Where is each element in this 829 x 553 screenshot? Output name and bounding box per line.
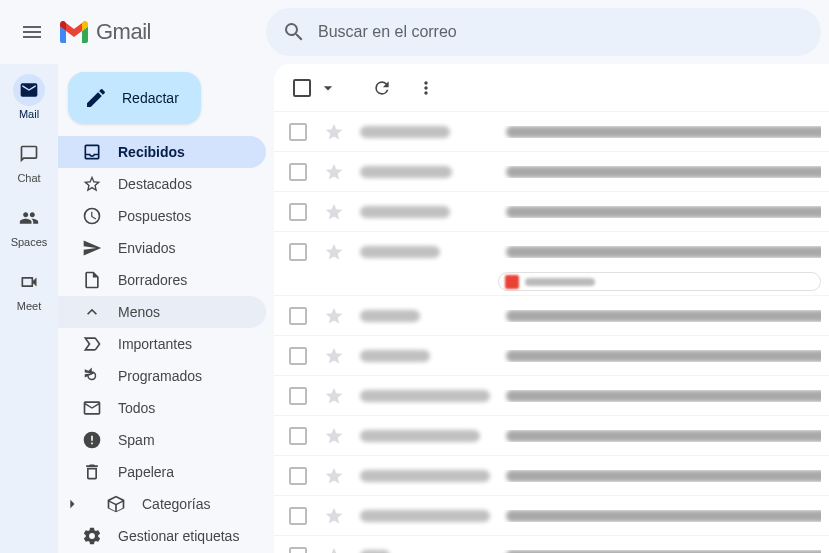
app-rail: MailChatSpacesMeet — [0, 64, 58, 553]
nav-item-inbox[interactable]: Recibidos — [58, 136, 266, 168]
rail-label: Mail — [19, 108, 39, 120]
message-row[interactable] — [274, 376, 829, 416]
nav-label: Importantes — [118, 336, 192, 352]
mail-icon — [13, 74, 45, 106]
row-checkbox[interactable] — [282, 196, 314, 228]
rail-item-chat[interactable]: Chat — [3, 136, 55, 192]
attachment-chip[interactable] — [498, 272, 821, 291]
row-checkbox[interactable] — [282, 156, 314, 188]
nav-label: Todos — [118, 400, 155, 416]
rail-label: Meet — [17, 300, 41, 312]
row-sender — [354, 126, 494, 138]
nav-item-manage[interactable]: Gestionar etiquetas — [58, 520, 266, 552]
inbox-icon — [82, 142, 102, 162]
message-row[interactable] — [274, 536, 829, 553]
select-dropdown-icon[interactable] — [318, 78, 338, 98]
app-header: Gmail — [0, 0, 829, 64]
allmail-icon — [82, 398, 102, 418]
row-checkbox[interactable] — [282, 340, 314, 372]
nav-item-trash[interactable]: Papelera — [58, 456, 266, 488]
sidebar: Redactar RecibidosDestacadosPospuestosEn… — [58, 64, 274, 553]
row-star-icon[interactable] — [318, 500, 350, 532]
nav-item-all[interactable]: Todos — [58, 392, 266, 424]
row-star-icon[interactable] — [318, 540, 350, 554]
search-input[interactable] — [314, 23, 813, 41]
message-list[interactable] — [274, 112, 829, 553]
nav-label: Menos — [118, 304, 160, 320]
compose-button[interactable]: Redactar — [68, 72, 201, 124]
nav-label: Programados — [118, 368, 202, 384]
message-row[interactable] — [274, 336, 829, 376]
row-sender — [354, 430, 494, 442]
row-subject — [498, 510, 821, 522]
nav-item-spam[interactable]: Spam — [58, 424, 266, 456]
message-row[interactable] — [274, 416, 829, 456]
gmail-logo[interactable]: Gmail — [60, 19, 256, 45]
message-row[interactable] — [274, 496, 829, 536]
nav-item-drafts[interactable]: Borradores — [58, 264, 266, 296]
pencil-icon — [84, 86, 108, 110]
nav-item-sent[interactable]: Enviados — [58, 232, 266, 264]
rail-item-spaces[interactable]: Spaces — [3, 200, 55, 256]
refresh-button[interactable] — [362, 68, 402, 108]
row-star-icon[interactable] — [318, 460, 350, 492]
nav-item-starred[interactable]: Destacados — [58, 168, 266, 200]
search-icon[interactable] — [274, 12, 314, 52]
row-checkbox[interactable] — [282, 300, 314, 332]
row-star-icon[interactable] — [318, 420, 350, 452]
select-all-control[interactable] — [286, 68, 338, 108]
row-checkbox[interactable] — [282, 116, 314, 148]
select-all-checkbox[interactable] — [293, 79, 311, 97]
rail-label: Chat — [17, 172, 40, 184]
rail-item-meet[interactable]: Meet — [3, 264, 55, 320]
row-checkbox[interactable] — [282, 420, 314, 452]
row-star-icon[interactable] — [318, 196, 350, 228]
row-star-icon[interactable] — [318, 116, 350, 148]
row-star-icon[interactable] — [318, 236, 350, 268]
more-button[interactable] — [406, 68, 446, 108]
star-icon — [82, 174, 102, 194]
message-row[interactable] — [274, 152, 829, 192]
row-checkbox[interactable] — [282, 380, 314, 412]
row-star-icon[interactable] — [318, 300, 350, 332]
nav-item-categories[interactable]: Categorías — [58, 488, 266, 520]
nav-label: Enviados — [118, 240, 176, 256]
message-row[interactable] — [274, 232, 829, 296]
nav-label: Papelera — [118, 464, 174, 480]
nav-item-important[interactable]: Importantes — [58, 328, 266, 360]
message-row[interactable] — [274, 296, 829, 336]
message-row[interactable] — [274, 456, 829, 496]
message-row[interactable] — [274, 192, 829, 232]
row-checkbox[interactable] — [282, 236, 314, 268]
send-icon — [82, 238, 102, 258]
nav-item-scheduled[interactable]: Programados — [58, 360, 266, 392]
row-subject — [498, 166, 821, 178]
row-checkbox[interactable] — [282, 460, 314, 492]
row-subject — [498, 350, 821, 362]
important-icon — [82, 334, 102, 354]
row-star-icon[interactable] — [318, 156, 350, 188]
row-checkbox[interactable] — [282, 540, 314, 554]
rail-label: Spaces — [11, 236, 48, 248]
search-bar[interactable] — [266, 8, 821, 56]
scheduled-icon — [82, 366, 102, 386]
row-subject — [498, 310, 821, 322]
row-subject — [498, 206, 821, 218]
nav-label: Spam — [118, 432, 155, 448]
row-sender — [354, 246, 494, 258]
message-row[interactable] — [274, 112, 829, 152]
nav-label: Pospuestos — [118, 208, 191, 224]
main-menu-button[interactable] — [8, 8, 56, 56]
nav-item-snoozed[interactable]: Pospuestos — [58, 200, 266, 232]
chevron-up-icon — [82, 302, 102, 322]
clock-icon — [82, 206, 102, 226]
row-star-icon[interactable] — [318, 380, 350, 412]
row-checkbox[interactable] — [282, 500, 314, 532]
rail-item-mail[interactable]: Mail — [3, 72, 55, 128]
categories-icon — [106, 494, 126, 514]
row-sender — [354, 350, 494, 362]
row-star-icon[interactable] — [318, 340, 350, 372]
draft-icon — [82, 270, 102, 290]
spam-icon — [82, 430, 102, 450]
nav-item-less[interactable]: Menos — [58, 296, 266, 328]
